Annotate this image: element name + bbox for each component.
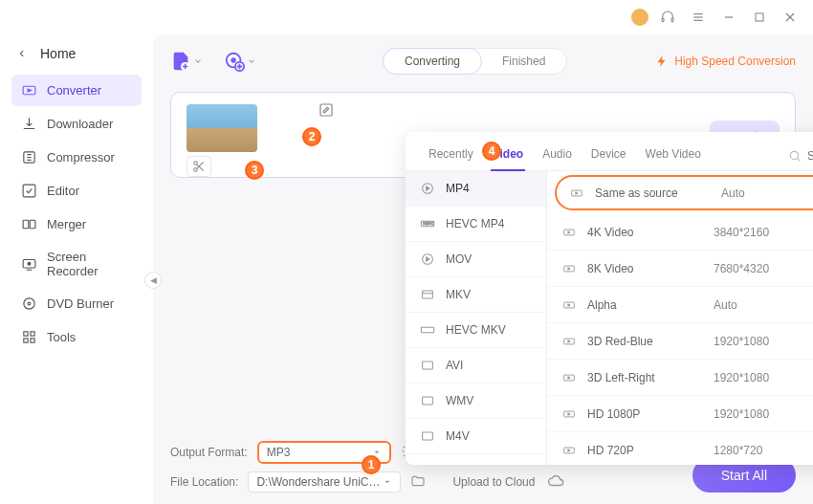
user-avatar[interactable] (631, 9, 648, 26)
sidebar-item-downloader[interactable]: Downloader (11, 108, 142, 140)
svg-marker-72 (385, 481, 390, 484)
close-icon[interactable] (779, 6, 802, 29)
home-label: Home (40, 46, 76, 61)
step-badge-2: 2 (302, 127, 321, 146)
sidebar-item-tools[interactable]: Tools (11, 321, 142, 353)
format-dropdown: Recently Video Audio Device Web Video MP… (406, 132, 813, 465)
sidebar-item-editor[interactable]: Editor (11, 175, 142, 207)
sidebar-item-label: DVD Burner (47, 296, 114, 311)
sidebar-item-converter[interactable]: Converter (11, 75, 142, 106)
file-location-select[interactable]: D:\Wondershare UniConverter 1 (248, 471, 401, 493)
home-button[interactable]: Home (11, 38, 142, 75)
circle-play-icon (419, 181, 436, 196)
seg-converting[interactable]: Converting (383, 48, 482, 75)
format-avi[interactable]: AVI (406, 348, 546, 383)
video-box-icon (568, 186, 585, 200)
format-hevc-mp4[interactable]: HEVC HEVC MP4 (406, 207, 546, 242)
high-speed-conversion[interactable]: High Speed Conversion (655, 55, 796, 68)
svg-marker-10 (28, 89, 32, 92)
hamburger-icon[interactable] (687, 6, 710, 29)
svg-rect-0 (662, 18, 664, 22)
hevc-icon: HEVC (419, 216, 436, 231)
pencil-box-icon (319, 102, 334, 118)
svg-marker-39 (427, 257, 429, 261)
compressor-icon (21, 149, 37, 165)
output-format-value: MP3 (267, 446, 291, 459)
headset-icon[interactable] (656, 6, 679, 29)
search-input[interactable] (807, 149, 813, 163)
format-hevc-mkv[interactable]: HEVC MKV (406, 313, 546, 348)
svg-marker-59 (568, 340, 570, 341)
tab-recently[interactable]: Recently (419, 142, 483, 170)
film-icon (419, 287, 436, 302)
format-label: M4V (446, 429, 470, 443)
edit-clip-button[interactable] (319, 102, 334, 121)
sidebar: Home Converter Downloader Compressor Edi… (0, 34, 153, 504)
resolution-3d-left-right[interactable]: 3D Left-Right 1920*1080 (547, 360, 813, 396)
content-area: ◀ Converting Finished High Speed Convers… (153, 34, 813, 504)
format-mp4[interactable]: MP4 (406, 171, 546, 207)
resolution-hd-720p[interactable]: HD 720P 1280*720 (547, 432, 813, 465)
format-label: HEVC MKV (446, 323, 506, 337)
high-speed-label: High Speed Conversion (674, 55, 796, 68)
sidebar-item-dvd-burner[interactable]: DVD Burner (11, 288, 142, 319)
svg-rect-21 (24, 339, 28, 342)
format-wmv[interactable]: WMV (406, 383, 546, 419)
circle-play-icon (419, 252, 436, 267)
format-mkv[interactable]: MKV (406, 277, 546, 313)
film-icon (419, 428, 436, 444)
format-label: HEVC MP4 (446, 217, 504, 230)
svg-point-32 (790, 151, 798, 159)
svg-point-28 (194, 168, 198, 172)
video-box-icon (560, 335, 578, 348)
add-folder-button[interactable] (224, 51, 256, 72)
format-label: WMV (446, 394, 473, 407)
resolution-hd-1080p[interactable]: HD 1080P 1920*1080 (547, 396, 813, 432)
resolution-4k[interactable]: 4K Video 3840*2160 (547, 214, 813, 251)
svg-point-18 (28, 302, 31, 305)
add-file-button[interactable] (170, 51, 203, 72)
sidebar-item-label: Screen Recorder (47, 250, 132, 278)
scissors-button[interactable] (187, 156, 211, 177)
tab-device[interactable]: Device (582, 142, 636, 170)
disc-icon (21, 296, 37, 312)
format-mov[interactable]: MOV (406, 242, 546, 277)
svg-rect-19 (24, 332, 28, 336)
sidebar-item-compressor[interactable]: Compressor (11, 142, 142, 173)
svg-rect-45 (423, 432, 433, 440)
tab-audio[interactable]: Audio (533, 142, 582, 170)
svg-rect-6 (756, 13, 763, 21)
status-segmented: Converting Finished (383, 48, 567, 75)
svg-line-33 (797, 158, 800, 161)
video-box-icon (560, 298, 578, 312)
resolution-3d-red-blue[interactable]: 3D Red-Blue 1920*1080 (547, 323, 813, 360)
format-list: MP4 HEVC HEVC MP4 MOV MKV (406, 171, 547, 465)
svg-point-25 (231, 58, 235, 62)
open-folder-button[interactable] (410, 473, 426, 492)
video-box-icon (560, 407, 578, 421)
sidebar-item-screen-recorder[interactable]: Screen Recorder (11, 242, 142, 286)
seg-finished[interactable]: Finished (481, 49, 566, 74)
sidebar-item-merger[interactable]: Merger (11, 208, 142, 240)
video-thumbnail[interactable] (187, 104, 257, 152)
svg-rect-31 (320, 104, 332, 116)
resolution-same-as-source[interactable]: Same as source Auto (555, 175, 813, 210)
hevc-icon (419, 322, 436, 338)
merger-icon (21, 216, 37, 232)
format-m4v[interactable]: M4V (406, 419, 546, 454)
collapse-sidebar-button[interactable]: ◀ (144, 272, 162, 289)
resolution-8k[interactable]: 8K Video 7680*4320 (547, 251, 813, 287)
file-location-value: D:\Wondershare UniConverter 1 (256, 475, 381, 489)
svg-marker-53 (568, 267, 570, 269)
svg-rect-44 (423, 397, 433, 405)
upload-cloud-button[interactable] (548, 472, 565, 493)
format-search[interactable] (788, 149, 813, 163)
sidebar-item-label: Editor (47, 184, 79, 198)
minimize-icon[interactable] (717, 6, 740, 29)
tab-web-video[interactable]: Web Video (636, 142, 711, 170)
svg-point-17 (24, 298, 34, 309)
video-box-icon (560, 262, 578, 275)
resolution-alpha[interactable]: Alpha Auto (547, 287, 813, 323)
scissors-icon (192, 160, 206, 173)
maximize-icon[interactable] (748, 6, 771, 29)
